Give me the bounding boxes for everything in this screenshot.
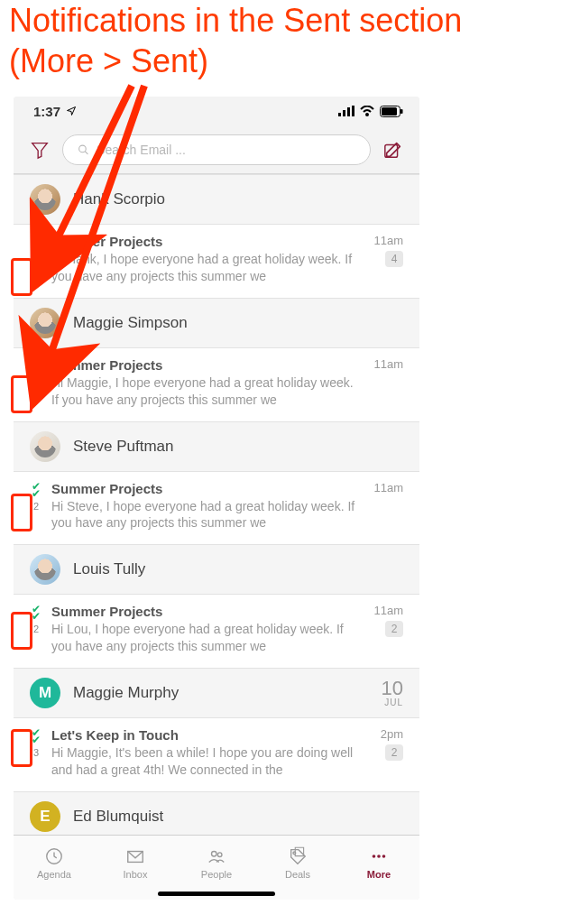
contact-name: Steve Puftman <box>73 438 174 456</box>
date-day: 10 <box>382 678 403 698</box>
message-subject: Let's Keep in Touch <box>51 727 358 743</box>
avatar: M <box>30 678 60 708</box>
svg-line-10 <box>85 151 87 153</box>
read-count: 2 <box>33 254 39 264</box>
read-receipt-icon: ✔✔ <box>32 729 41 744</box>
avatar: E <box>30 801 60 832</box>
message-subject: Summer Projects <box>51 604 358 619</box>
tab-bar: Agenda Inbox People Deals More <box>14 835 419 900</box>
funnel-icon <box>30 140 50 160</box>
message-preview: Hi Lou, I hope everyone had a great holi… <box>51 621 358 655</box>
message-row[interactable]: ✔✔ 2 Summer Projects Hi Lou, I hope ever… <box>14 595 419 668</box>
message-preview: Hi Maggie, I hope everyone had a great h… <box>51 374 358 409</box>
message-subject: Summer Projects <box>51 357 358 373</box>
message-preview: Hi Maggie, It's been a while! I hope you… <box>51 744 358 779</box>
status-bar: 1:37 <box>14 97 419 125</box>
svg-point-19 <box>377 855 381 858</box>
svg-rect-2 <box>338 113 341 116</box>
more-icon <box>368 846 390 866</box>
tab-people[interactable]: People <box>176 836 257 900</box>
email-list[interactable]: Hank Scorpio ✔✔ 2 Summer Projects Hi Han… <box>14 174 419 865</box>
message-subject: Summer Projects <box>51 234 358 249</box>
message-time: 11am <box>373 481 403 494</box>
annotation-title: Notifications in the Sent section (More … <box>9 0 571 81</box>
message-time: 11am <box>373 234 403 247</box>
message-row[interactable]: ✔✔ 2 Summer Projects Hi Steve, I hope ev… <box>14 472 419 545</box>
read-count: 2 <box>33 501 39 512</box>
contact-row[interactable]: Maggie Simpson <box>14 298 419 348</box>
svg-point-18 <box>373 855 376 858</box>
people-icon <box>206 846 227 866</box>
contact-name: Maggie Murphy <box>73 684 179 702</box>
annotation-line2: (More > Sent) <box>9 42 208 79</box>
message-row[interactable]: ✔✔ 2 Summer Projects Hi Hank, I hope eve… <box>14 225 419 298</box>
status-time: 1:37 <box>33 104 60 119</box>
wifi-icon <box>360 106 374 116</box>
svg-point-20 <box>382 855 386 858</box>
location-icon <box>66 106 77 116</box>
contact-name: Maggie Simpson <box>73 314 188 332</box>
contact-row[interactable]: Louis Tully <box>14 544 419 595</box>
filter-button[interactable] <box>26 136 53 163</box>
message-time: 2pm <box>381 727 403 741</box>
message-preview: Hi Hank, I hope everyone had a great hol… <box>51 251 358 285</box>
svg-rect-8 <box>400 109 403 114</box>
phone-frame: 1:37 <box>14 97 419 900</box>
search-field[interactable] <box>62 134 371 165</box>
thread-count: 2 <box>385 621 403 637</box>
tab-label: More <box>367 869 391 880</box>
message-time: 11am <box>373 357 403 371</box>
svg-point-9 <box>79 145 87 152</box>
contact-date: 10 JUL <box>382 678 403 708</box>
tab-inbox[interactable]: Inbox <box>95 836 176 900</box>
tab-more[interactable]: More <box>338 836 419 900</box>
message-row[interactable]: ✔✔ Summer Projects Hi Maggie, I hope eve… <box>14 348 419 421</box>
clock-icon <box>43 846 65 866</box>
contact-row[interactable]: M Maggie Murphy 10 JUL <box>14 668 419 718</box>
message-row[interactable]: ✔✔ 3 Let's Keep in Touch Hi Maggie, It's… <box>14 718 419 791</box>
tab-label: Agenda <box>37 869 71 880</box>
annotation-line1: Notifications in the Sent section <box>9 2 462 39</box>
avatar-initial: M <box>39 684 51 702</box>
thread-count: 2 <box>385 744 403 761</box>
tab-agenda[interactable]: Agenda <box>14 836 95 900</box>
compose-button[interactable] <box>380 136 407 163</box>
tab-label: Inbox <box>124 869 148 880</box>
thread-count: 4 <box>385 251 403 267</box>
avatar <box>30 184 60 215</box>
contact-row[interactable]: Steve Puftman <box>14 421 419 472</box>
search-icon <box>78 143 89 156</box>
message-preview: Hi Steve, I hope everyone had a great ho… <box>51 498 358 532</box>
svg-rect-4 <box>347 107 350 116</box>
message-time: 11am <box>373 604 403 617</box>
status-right <box>338 106 403 117</box>
tag-icon <box>287 846 308 866</box>
message-subject: Summer Projects <box>51 481 358 496</box>
svg-point-15 <box>212 852 217 857</box>
contact-name: Hank Scorpio <box>73 190 165 208</box>
read-count: 3 <box>33 747 39 758</box>
contact-name: Ed Blumquist <box>73 808 163 826</box>
envelope-icon <box>124 846 146 866</box>
read-count: 2 <box>33 624 39 634</box>
cellular-icon <box>338 106 354 116</box>
date-month: JUL <box>382 698 403 708</box>
contact-row[interactable]: Hank Scorpio <box>14 174 419 225</box>
svg-point-16 <box>217 853 222 857</box>
toolbar <box>14 125 419 174</box>
home-indicator[interactable] <box>158 892 275 896</box>
contact-name: Louis Tully <box>73 560 145 578</box>
svg-rect-3 <box>343 110 345 116</box>
avatar <box>30 431 60 462</box>
svg-point-17 <box>293 852 296 855</box>
svg-rect-5 <box>352 106 354 116</box>
compose-icon <box>383 140 403 160</box>
search-input[interactable] <box>97 143 355 157</box>
tab-deals[interactable]: Deals <box>257 836 338 900</box>
tab-label: People <box>201 869 232 880</box>
read-receipt-icon: ✔✔ <box>32 236 41 250</box>
svg-rect-7 <box>382 107 397 116</box>
avatar <box>30 308 60 338</box>
tab-label: Deals <box>285 869 310 880</box>
avatar <box>30 554 60 585</box>
